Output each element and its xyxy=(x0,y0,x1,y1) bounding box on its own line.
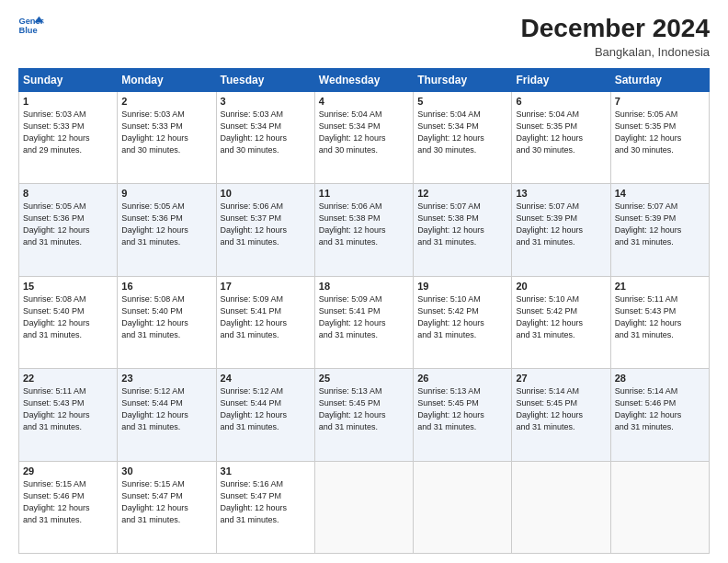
day-number: 2 xyxy=(121,96,211,107)
cell-details: Sunrise: 5:10 AMSunset: 5:42 PMDaylight:… xyxy=(516,293,606,341)
calendar-cell: 16Sunrise: 5:08 AMSunset: 5:40 PMDayligh… xyxy=(118,276,216,368)
day-number: 20 xyxy=(516,281,606,292)
svg-text:Blue: Blue xyxy=(18,26,37,35)
weekday-friday: Friday xyxy=(512,68,610,91)
cell-details: Sunrise: 5:04 AMSunset: 5:34 PMDaylight:… xyxy=(319,109,409,156)
day-number: 13 xyxy=(516,188,606,199)
day-number: 3 xyxy=(221,96,311,107)
calendar-cell: 21Sunrise: 5:11 AMSunset: 5:43 PMDayligh… xyxy=(610,276,709,368)
calendar-cell: 30Sunrise: 5:15 AMSunset: 5:47 PMDayligh… xyxy=(118,461,216,553)
location: Bangkalan, Indonesia xyxy=(521,45,710,59)
calendar-cell xyxy=(414,461,512,553)
calendar-cell: 1Sunrise: 5:03 AMSunset: 5:33 PMDaylight… xyxy=(19,91,118,183)
day-number: 21 xyxy=(615,281,705,292)
weekday-sunday: Sunday xyxy=(19,68,118,91)
header: General Blue General Blue December 2024 … xyxy=(18,15,710,59)
cell-details: Sunrise: 5:14 AMSunset: 5:46 PMDaylight:… xyxy=(615,385,705,433)
cell-details: Sunrise: 5:05 AMSunset: 5:36 PMDaylight:… xyxy=(23,201,113,248)
day-number: 18 xyxy=(319,281,409,292)
weekday-monday: Monday xyxy=(118,68,216,91)
calendar-cell: 26Sunrise: 5:13 AMSunset: 5:45 PMDayligh… xyxy=(414,369,512,461)
cell-details: Sunrise: 5:13 AMSunset: 5:45 PMDaylight:… xyxy=(319,385,409,433)
cell-details: Sunrise: 5:12 AMSunset: 5:44 PMDaylight:… xyxy=(121,385,211,433)
day-number: 12 xyxy=(417,188,507,199)
calendar-cell: 12Sunrise: 5:07 AMSunset: 5:38 PMDayligh… xyxy=(414,184,512,276)
calendar-cell: 20Sunrise: 5:10 AMSunset: 5:42 PMDayligh… xyxy=(512,276,610,368)
calendar-cell: 13Sunrise: 5:07 AMSunset: 5:39 PMDayligh… xyxy=(512,184,610,276)
page: General Blue General Blue December 2024 … xyxy=(0,0,728,563)
weekday-saturday: Saturday xyxy=(610,68,709,91)
calendar-cell xyxy=(314,461,413,553)
calendar-cell: 17Sunrise: 5:09 AMSunset: 5:41 PMDayligh… xyxy=(216,276,314,368)
cell-details: Sunrise: 5:07 AMSunset: 5:39 PMDaylight:… xyxy=(615,201,705,248)
calendar-cell: 5Sunrise: 5:04 AMSunset: 5:34 PMDaylight… xyxy=(414,91,512,183)
cell-details: Sunrise: 5:12 AMSunset: 5:44 PMDaylight:… xyxy=(221,385,311,433)
calendar-cell: 3Sunrise: 5:03 AMSunset: 5:34 PMDaylight… xyxy=(216,91,314,183)
month-title: December 2024 xyxy=(521,15,710,43)
weekday-thursday: Thursday xyxy=(414,68,512,91)
calendar-cell: 14Sunrise: 5:07 AMSunset: 5:39 PMDayligh… xyxy=(610,184,709,276)
day-number: 27 xyxy=(516,373,606,384)
cell-details: Sunrise: 5:03 AMSunset: 5:33 PMDaylight:… xyxy=(23,109,113,156)
cell-details: Sunrise: 5:03 AMSunset: 5:34 PMDaylight:… xyxy=(221,109,311,156)
calendar-cell xyxy=(610,461,709,553)
cell-details: Sunrise: 5:06 AMSunset: 5:38 PMDaylight:… xyxy=(319,201,409,248)
day-number: 30 xyxy=(121,465,211,477)
cell-details: Sunrise: 5:05 AMSunset: 5:36 PMDaylight:… xyxy=(121,201,211,248)
day-number: 8 xyxy=(23,188,113,199)
day-number: 14 xyxy=(615,188,705,199)
day-number: 29 xyxy=(23,465,113,477)
cell-details: Sunrise: 5:08 AMSunset: 5:40 PMDaylight:… xyxy=(121,293,211,341)
day-number: 19 xyxy=(417,281,507,292)
calendar-cell: 11Sunrise: 5:06 AMSunset: 5:38 PMDayligh… xyxy=(314,184,413,276)
cell-details: Sunrise: 5:03 AMSunset: 5:33 PMDaylight:… xyxy=(121,109,211,156)
day-number: 5 xyxy=(417,96,507,107)
day-number: 16 xyxy=(121,281,211,292)
calendar-cell: 4Sunrise: 5:04 AMSunset: 5:34 PMDaylight… xyxy=(314,91,413,183)
day-number: 9 xyxy=(121,188,211,199)
day-number: 28 xyxy=(615,373,705,384)
week-row-3: 15Sunrise: 5:08 AMSunset: 5:40 PMDayligh… xyxy=(19,276,710,368)
day-number: 4 xyxy=(319,96,409,107)
cell-details: Sunrise: 5:06 AMSunset: 5:37 PMDaylight:… xyxy=(221,201,311,248)
day-number: 22 xyxy=(23,373,113,384)
logo-icon: General Blue xyxy=(18,15,44,35)
cell-details: Sunrise: 5:16 AMSunset: 5:47 PMDaylight:… xyxy=(221,478,311,526)
day-number: 7 xyxy=(615,96,705,107)
calendar-cell: 8Sunrise: 5:05 AMSunset: 5:36 PMDaylight… xyxy=(19,184,118,276)
calendar-cell: 31Sunrise: 5:16 AMSunset: 5:47 PMDayligh… xyxy=(216,461,314,553)
calendar-cell xyxy=(512,461,610,553)
cell-details: Sunrise: 5:14 AMSunset: 5:45 PMDaylight:… xyxy=(516,385,606,433)
weekday-header-row: SundayMondayTuesdayWednesdayThursdayFrid… xyxy=(19,68,710,91)
calendar-cell: 25Sunrise: 5:13 AMSunset: 5:45 PMDayligh… xyxy=(314,369,413,461)
cell-details: Sunrise: 5:10 AMSunset: 5:42 PMDaylight:… xyxy=(417,293,507,341)
cell-details: Sunrise: 5:07 AMSunset: 5:39 PMDaylight:… xyxy=(516,201,606,248)
calendar-cell: 6Sunrise: 5:04 AMSunset: 5:35 PMDaylight… xyxy=(512,91,610,183)
day-number: 25 xyxy=(319,373,409,384)
calendar-cell: 28Sunrise: 5:14 AMSunset: 5:46 PMDayligh… xyxy=(610,369,709,461)
calendar-body: 1Sunrise: 5:03 AMSunset: 5:33 PMDaylight… xyxy=(19,91,710,553)
week-row-1: 1Sunrise: 5:03 AMSunset: 5:33 PMDaylight… xyxy=(19,91,710,183)
calendar-cell: 2Sunrise: 5:03 AMSunset: 5:33 PMDaylight… xyxy=(118,91,216,183)
day-number: 11 xyxy=(319,188,409,199)
calendar-header: SundayMondayTuesdayWednesdayThursdayFrid… xyxy=(19,68,710,91)
day-number: 15 xyxy=(23,281,113,292)
cell-details: Sunrise: 5:11 AMSunset: 5:43 PMDaylight:… xyxy=(615,293,705,341)
cell-details: Sunrise: 5:15 AMSunset: 5:47 PMDaylight:… xyxy=(121,478,211,526)
calendar-cell: 9Sunrise: 5:05 AMSunset: 5:36 PMDaylight… xyxy=(118,184,216,276)
calendar-cell: 18Sunrise: 5:09 AMSunset: 5:41 PMDayligh… xyxy=(314,276,413,368)
weekday-wednesday: Wednesday xyxy=(314,68,413,91)
day-number: 31 xyxy=(221,465,311,477)
title-section: December 2024 Bangkalan, Indonesia xyxy=(521,15,710,59)
cell-details: Sunrise: 5:09 AMSunset: 5:41 PMDaylight:… xyxy=(221,293,311,341)
calendar-cell: 27Sunrise: 5:14 AMSunset: 5:45 PMDayligh… xyxy=(512,369,610,461)
calendar-cell: 15Sunrise: 5:08 AMSunset: 5:40 PMDayligh… xyxy=(19,276,118,368)
day-number: 10 xyxy=(221,188,311,199)
day-number: 23 xyxy=(121,373,211,384)
cell-details: Sunrise: 5:13 AMSunset: 5:45 PMDaylight:… xyxy=(417,385,507,433)
cell-details: Sunrise: 5:09 AMSunset: 5:41 PMDaylight:… xyxy=(319,293,409,341)
cell-details: Sunrise: 5:15 AMSunset: 5:46 PMDaylight:… xyxy=(23,478,113,526)
cell-details: Sunrise: 5:04 AMSunset: 5:35 PMDaylight:… xyxy=(516,109,606,156)
day-number: 24 xyxy=(221,373,311,384)
day-number: 1 xyxy=(23,96,113,107)
